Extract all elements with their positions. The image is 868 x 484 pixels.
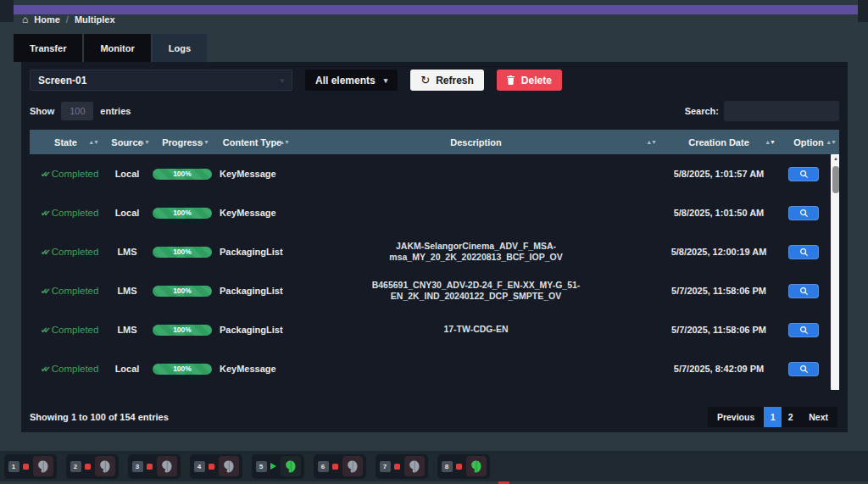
progress-cell: 100% bbox=[153, 169, 212, 180]
next-page-button[interactable]: Next bbox=[799, 407, 837, 427]
view-log-button[interactable] bbox=[788, 323, 819, 337]
column-header[interactable]: Creation Date ▲▼ bbox=[659, 130, 778, 154]
table-row: ✔✔ Completed Local 100% KeyMessage 5/8/2… bbox=[30, 193, 839, 232]
magnifier-icon bbox=[799, 364, 809, 374]
progress-bar: 100% bbox=[153, 247, 212, 258]
tab-monitor[interactable]: Monitor bbox=[84, 34, 150, 62]
home-icon[interactable]: ⌂ bbox=[22, 14, 28, 25]
source-cell: Local bbox=[102, 169, 153, 179]
source-cell: LMS bbox=[102, 286, 153, 296]
projector-icon bbox=[219, 456, 239, 476]
view-log-button[interactable] bbox=[788, 245, 819, 259]
search-input[interactable] bbox=[724, 101, 839, 121]
source-cell: Local bbox=[102, 364, 153, 374]
view-log-button[interactable] bbox=[788, 167, 819, 181]
entries-summary: Showing 1 to 100 of 154 entries bbox=[30, 412, 169, 422]
table-row: ✔✔ Completed LMS 100% PackagingList 17-T… bbox=[30, 310, 839, 349]
page-1-button[interactable]: 1 bbox=[764, 407, 782, 427]
breadcrumb-separator: / bbox=[66, 14, 69, 25]
screen-number-badge: 8 bbox=[442, 461, 453, 472]
entries-count-input[interactable] bbox=[61, 102, 93, 120]
progress-cell: 100% bbox=[153, 364, 212, 375]
view-log-button[interactable] bbox=[788, 206, 819, 220]
sort-icons[interactable]: ▲▼ bbox=[826, 139, 836, 145]
delete-button[interactable]: Delete bbox=[497, 70, 562, 91]
screen-number-badge: 6 bbox=[318, 461, 329, 472]
logs-table: State ▲▼ Source ▲▼ Progress ▲▼ Content T… bbox=[30, 130, 839, 390]
view-log-button[interactable] bbox=[788, 284, 819, 298]
magnifier-icon bbox=[799, 170, 809, 179]
tab-transfer[interactable]: Transfer bbox=[14, 34, 82, 62]
column-header[interactable]: Description ▲▼ bbox=[292, 130, 659, 154]
column-header[interactable]: Content Type ▲▼ bbox=[212, 130, 292, 154]
playback-status-icon bbox=[394, 464, 400, 470]
playback-status-icon bbox=[456, 464, 462, 470]
option-cell bbox=[778, 206, 829, 220]
playback-status-icon bbox=[209, 464, 214, 470]
refresh-icon: ↻ bbox=[420, 74, 430, 86]
description-cell: JAKM-SelangorCinema_ADV_F_MSA-msa_MY_20_… bbox=[292, 241, 659, 263]
screen-status-item[interactable]: 6 bbox=[314, 454, 366, 479]
content-type-cell: KeyMessage bbox=[212, 169, 292, 179]
content-type-cell: KeyMessage bbox=[212, 208, 292, 218]
playback-status-icon bbox=[23, 464, 29, 470]
screen-number-badge: 7 bbox=[380, 461, 391, 472]
source-cell: LMS bbox=[102, 325, 153, 335]
sort-icons[interactable]: ▲▼ bbox=[198, 139, 209, 145]
sort-icons[interactable]: ▲▼ bbox=[279, 139, 289, 145]
column-header[interactable]: Option ▲▼ bbox=[778, 130, 839, 154]
state-cell: ✔✔ Completed bbox=[30, 286, 102, 296]
column-header[interactable]: Source ▲▼ bbox=[102, 130, 153, 154]
screen-status-item[interactable]: 5 bbox=[252, 454, 304, 479]
search-label: Search: bbox=[685, 106, 719, 116]
scrollbar-thumb[interactable] bbox=[832, 166, 839, 193]
progress-cell: 100% bbox=[153, 286, 212, 297]
state-cell: ✔✔ Completed bbox=[30, 247, 102, 257]
screen-status-item[interactable]: 7 bbox=[376, 454, 428, 479]
table-header: State ▲▼ Source ▲▼ Progress ▲▼ Content T… bbox=[30, 130, 839, 154]
creation-date-cell: 5/8/2025, 1:01:50 AM bbox=[659, 208, 778, 218]
magnifier-icon bbox=[799, 325, 809, 335]
sort-icons[interactable]: ▲▼ bbox=[765, 139, 775, 145]
magnifier-icon bbox=[799, 287, 809, 296]
sort-icons[interactable]: ▲▼ bbox=[646, 139, 656, 145]
screen-status-item[interactable]: 4 bbox=[190, 454, 242, 479]
scroll-up-icon[interactable]: ▲ bbox=[833, 156, 838, 161]
state-cell: ✔✔ Completed bbox=[30, 208, 102, 218]
check-icon: ✔✔ bbox=[41, 170, 47, 179]
page-2-button[interactable]: 2 bbox=[782, 407, 799, 427]
screen-status-item[interactable]: 3 bbox=[128, 454, 181, 479]
screen-select[interactable]: Screen-01 ▾ bbox=[30, 70, 292, 91]
screen-status-item[interactable]: 2 bbox=[66, 454, 119, 479]
screen-status-item[interactable]: 8 bbox=[437, 454, 490, 479]
screen-status-item[interactable]: 1 bbox=[4, 454, 57, 479]
trash-icon bbox=[507, 75, 515, 85]
projector-icon bbox=[281, 456, 301, 476]
previous-page-button[interactable]: Previous bbox=[708, 407, 764, 427]
table-row: ✔✔ Completed LMS 100% PackagingList B465… bbox=[30, 271, 839, 310]
progress-bar: 100% bbox=[153, 364, 212, 375]
column-header[interactable]: Progress ▲▼ bbox=[153, 130, 212, 154]
sort-icons[interactable]: ▲▼ bbox=[139, 139, 149, 145]
breadcrumb-home[interactable]: Home bbox=[34, 14, 60, 25]
progress-bar: 100% bbox=[153, 286, 212, 297]
progress-bar: 100% bbox=[153, 325, 212, 336]
screen-number-badge: 1 bbox=[8, 461, 19, 472]
view-log-button[interactable] bbox=[788, 362, 819, 376]
column-header[interactable]: State ▲▼ bbox=[30, 130, 102, 154]
check-icon: ✔✔ bbox=[41, 287, 47, 296]
content-type-cell: PackagingList bbox=[212, 286, 292, 296]
refresh-button[interactable]: ↻ Refresh bbox=[410, 70, 484, 91]
tab-logs[interactable]: Logs bbox=[153, 34, 207, 62]
element-filter-select[interactable]: All elements ▾ bbox=[305, 70, 398, 91]
content-type-cell: PackagingList bbox=[212, 247, 292, 257]
screen-number-badge: 5 bbox=[256, 461, 267, 472]
projector-icon bbox=[342, 456, 363, 476]
projector-icon bbox=[404, 456, 425, 476]
creation-date-cell: 5/7/2025, 11:58:06 PM bbox=[659, 286, 778, 296]
sort-icons[interactable]: ▲▼ bbox=[88, 139, 98, 145]
vertical-scrollbar[interactable]: ▲ bbox=[831, 154, 839, 390]
state-cell: ✔✔ Completed bbox=[30, 169, 102, 179]
top-left-corner bbox=[0, 0, 14, 22]
source-cell: LMS bbox=[102, 247, 153, 257]
